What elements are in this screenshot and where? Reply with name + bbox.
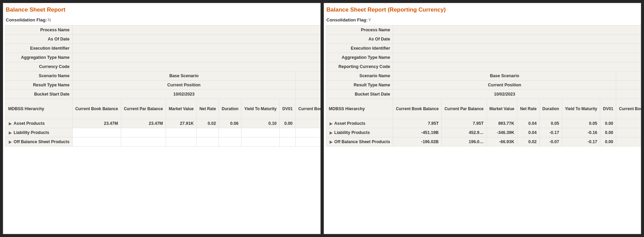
hierarchy-off-balance-sheet[interactable]: ▶Off Balance Sheet Products xyxy=(5,137,73,147)
cell: -451.19B xyxy=(393,128,442,137)
row-currency-code: Currency Code xyxy=(5,62,321,71)
hierarchy-liability-products[interactable]: ▶Liability Products xyxy=(5,128,73,137)
value: 1690452213038_202 xyxy=(72,44,320,53)
table-row: ▶Liability Products -451.19B 452.9… -346… xyxy=(326,128,641,137)
hierarchy-asset-products[interactable]: ▶Asset Products xyxy=(5,119,73,128)
label: Result Type Name xyxy=(5,81,73,90)
cell xyxy=(72,137,121,147)
report-title: Balance Sheet Report (Reporting Currency… xyxy=(326,6,639,16)
row-scenario: Scenario Name Base Scenario xyxy=(326,71,641,81)
col-dv01[interactable]: DV01 xyxy=(600,99,616,119)
consolidation-flag-value: Y xyxy=(368,17,371,22)
row-result-type: Result Type Name Current Position xyxy=(326,81,641,90)
row-exec-id: Execution Identifier 1690452213038_202 xyxy=(5,44,321,53)
cell xyxy=(295,137,320,147)
col-market-value[interactable]: Market Value xyxy=(486,99,517,119)
cell: -0.16 xyxy=(562,128,600,137)
expand-icon[interactable]: ▶ xyxy=(330,140,332,144)
col-duration[interactable]: Duration xyxy=(539,99,562,119)
cell: 893.77K xyxy=(486,119,517,128)
cell xyxy=(295,128,320,137)
col-yield-to-maturity[interactable]: Yield To Maturity xyxy=(241,99,279,119)
value xyxy=(72,62,320,71)
label: Aggregation Type Name xyxy=(5,53,73,62)
cell xyxy=(241,128,279,137)
expand-icon[interactable]: ▶ xyxy=(9,121,12,126)
row-exec-id: Execution Identifier 16904522130 xyxy=(326,44,641,53)
label: Execution Identifier xyxy=(5,44,73,53)
label: Process Name xyxy=(5,26,73,35)
label: Aggregation Type Name xyxy=(326,53,393,62)
table-row: ▶Off Balance Sheet Products -196.02B 196… xyxy=(326,137,641,147)
blank xyxy=(295,71,320,81)
cell: 0.10 xyxy=(241,119,279,128)
hierarchy-liability-products[interactable]: ▶Liability Products xyxy=(326,128,393,137)
expand-icon[interactable]: ▶ xyxy=(330,131,332,135)
col-market-value[interactable]: Market Value xyxy=(166,99,197,119)
cell: 0.00 xyxy=(600,119,616,128)
col-yield-to-maturity[interactable]: Yield To Maturity xyxy=(562,99,600,119)
cell: 23.47M xyxy=(121,119,166,128)
grid-header-row: MDBSS Hierarchy Current Book Balance Cur… xyxy=(326,99,641,119)
value xyxy=(393,26,641,35)
hierarchy-off-balance-sheet[interactable]: ▶Off Balance Sheet Products xyxy=(326,137,393,147)
grid-header-row: MDBSS Hierarchy Current Book Balance Cur… xyxy=(5,99,321,119)
cell: -66.93K xyxy=(486,137,517,147)
cell: 19.56M xyxy=(295,119,320,128)
blank xyxy=(295,81,320,90)
value: 10/02/2023 xyxy=(393,90,616,99)
col-current-book-balance[interactable]: Current Book Balance xyxy=(393,99,442,119)
label: Process Name xyxy=(326,26,393,35)
col-hierarchy[interactable]: MDBSS Hierarchy xyxy=(326,99,393,119)
blank xyxy=(616,71,641,81)
row-as-of-date: As Of Date 10 xyxy=(5,35,321,44)
cell: 0.06 xyxy=(219,119,241,128)
col-duration[interactable]: Duration xyxy=(219,99,241,119)
row-scenario: Scenario Name Base Scenario xyxy=(5,71,321,81)
consolidation-flag: Consolidation Flag:N xyxy=(5,16,318,25)
consolidation-flag: Consolidation Flag:Y xyxy=(326,16,639,25)
cell: 0.00 xyxy=(600,137,616,147)
col-net-rate[interactable]: Net Rate xyxy=(517,99,539,119)
col-current-book-balance-2[interactable]: Current Book Balance xyxy=(295,99,320,119)
cell xyxy=(219,128,241,137)
col-hierarchy[interactable]: MDBSS Hierarchy xyxy=(5,99,73,119)
cell xyxy=(166,128,197,137)
col-current-par-balance[interactable]: Current Par Balance xyxy=(121,99,166,119)
col-current-book-balance[interactable]: Current Book Balance xyxy=(72,99,121,119)
col-current-book-balance-2[interactable]: Current Book Balance xyxy=(616,99,641,119)
cell: 6.59T xyxy=(616,119,641,128)
cell: 7.95T xyxy=(442,119,486,128)
row-agg-type: Aggregation Type Name Incom xyxy=(5,53,321,62)
label: As Of Date xyxy=(326,35,393,44)
cell: -158.43B xyxy=(616,137,641,147)
cell: 196.0… xyxy=(442,137,486,147)
consolidation-flag-value: N xyxy=(48,17,51,22)
table-row: ▶Asset Products 7.95T 7.95T 893.77K 0.04… xyxy=(326,119,641,128)
table-row: ▶Liability Products xyxy=(5,128,321,137)
report-title: Balance Sheet Report xyxy=(5,6,318,16)
table-row: ▶Asset Products 23.47M 23.47M 27.91K 0.0… xyxy=(5,119,321,128)
cell xyxy=(197,128,219,137)
col-current-par-balance[interactable]: Current Par Balance xyxy=(442,99,486,119)
expand-icon[interactable]: ▶ xyxy=(9,140,12,144)
value xyxy=(393,35,641,44)
cell: 23.47M xyxy=(72,119,121,128)
consolidation-flag-label: Consolidation Flag: xyxy=(327,17,368,22)
cell xyxy=(72,128,121,137)
cell: -376.85B xyxy=(616,128,641,137)
row-bucket-date: Bucket Start Date 10/02/2023 xyxy=(5,90,321,99)
panel-balance-sheet: Balance Sheet Report Consolidation Flag:… xyxy=(3,3,321,234)
col-dv01[interactable]: DV01 xyxy=(279,99,295,119)
cell: -0.07 xyxy=(539,137,562,147)
col-net-rate[interactable]: Net Rate xyxy=(197,99,219,119)
cell xyxy=(219,137,241,147)
value: Current Position xyxy=(72,81,295,90)
expand-icon[interactable]: ▶ xyxy=(330,121,332,126)
hierarchy-asset-products[interactable]: ▶Asset Products xyxy=(326,119,393,128)
label: Scenario Name xyxy=(326,71,393,81)
expand-icon[interactable]: ▶ xyxy=(9,131,12,135)
report-table: Process Name Beh As Of Date 10 Execution… xyxy=(5,25,321,147)
table-row: ▶Off Balance Sheet Products xyxy=(5,137,321,147)
cell xyxy=(121,137,166,147)
